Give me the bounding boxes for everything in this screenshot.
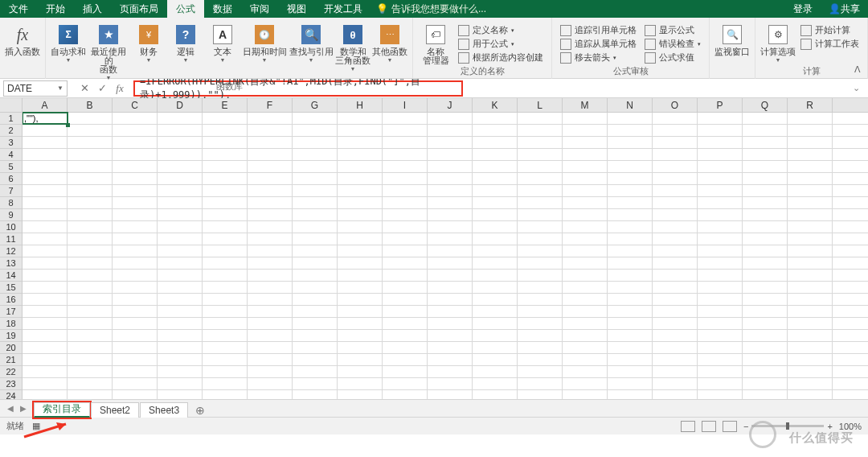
cell[interactable]: [788, 113, 833, 124]
cell[interactable]: [428, 306, 473, 317]
cell[interactable]: [113, 282, 158, 293]
fill-handle[interactable]: [66, 123, 70, 127]
cell[interactable]: [338, 221, 383, 233]
cell[interactable]: [473, 282, 518, 293]
cell[interactable]: [203, 390, 248, 399]
cell[interactable]: [203, 282, 248, 293]
cell[interactable]: [203, 125, 248, 136]
cell[interactable]: [383, 282, 428, 293]
cell[interactable]: [338, 378, 383, 389]
row-header[interactable]: 23: [0, 378, 22, 390]
page-layout-button[interactable]: [702, 421, 716, 432]
cell[interactable]: [383, 185, 428, 196]
cell[interactable]: [203, 306, 248, 317]
cell[interactable]: [428, 378, 473, 389]
cell[interactable]: [293, 245, 338, 257]
cell[interactable]: [473, 318, 518, 329]
col-header[interactable]: P: [698, 98, 743, 112]
cell[interactable]: [788, 342, 833, 353]
cell[interactable]: [788, 209, 833, 220]
cell[interactable]: [113, 221, 158, 233]
cell[interactable]: [518, 245, 563, 257]
math-button[interactable]: θ数学和 三角函数▼: [335, 22, 371, 72]
cell[interactable]: [428, 209, 473, 220]
cell[interactable]: [608, 330, 653, 341]
cell[interactable]: [248, 245, 293, 257]
cell[interactable]: [203, 294, 248, 305]
cell[interactable]: [383, 257, 428, 269]
row-header[interactable]: 11: [0, 233, 22, 245]
cell[interactable]: [608, 113, 653, 124]
row-header[interactable]: 16: [0, 294, 22, 306]
cell[interactable]: [563, 342, 608, 353]
cell[interactable]: [608, 137, 653, 148]
cell[interactable]: [338, 282, 383, 293]
cell[interactable]: [518, 390, 563, 399]
cell[interactable]: [608, 149, 653, 160]
cell[interactable]: [743, 378, 788, 389]
cell[interactable]: [383, 270, 428, 281]
cell[interactable]: [203, 378, 248, 389]
cell[interactable]: [428, 173, 473, 184]
cell[interactable]: [473, 306, 518, 317]
cell[interactable]: [293, 185, 338, 196]
cell[interactable]: [473, 233, 518, 245]
tab-layout[interactable]: 页面布局: [111, 0, 167, 18]
col-header[interactable]: B: [68, 98, 113, 112]
cell[interactable]: [743, 113, 788, 124]
cell[interactable]: [68, 294, 113, 305]
cell[interactable]: [113, 233, 158, 245]
cell[interactable]: [698, 185, 743, 196]
cell[interactable]: [473, 257, 518, 269]
cell[interactable]: [383, 378, 428, 389]
cell[interactable]: [338, 185, 383, 196]
cell[interactable]: [698, 366, 743, 377]
row-header[interactable]: 13: [0, 257, 22, 270]
col-header[interactable]: I: [383, 98, 428, 112]
cell[interactable]: [158, 113, 203, 124]
cell[interactable]: [653, 161, 698, 172]
cell[interactable]: [293, 342, 338, 353]
cell[interactable]: [338, 318, 383, 329]
cell[interactable]: [473, 173, 518, 184]
cell[interactable]: [383, 125, 428, 136]
cell[interactable]: [338, 245, 383, 257]
cell[interactable]: [203, 137, 248, 148]
cell[interactable]: [293, 318, 338, 329]
cell[interactable]: [608, 390, 653, 399]
cell[interactable]: [473, 378, 518, 389]
cell[interactable]: [743, 257, 788, 269]
cell[interactable]: [68, 137, 113, 148]
chevron-down-icon[interactable]: ▼: [57, 84, 63, 92]
row-header[interactable]: 14: [0, 270, 22, 282]
cell[interactable]: [248, 137, 293, 148]
cell[interactable]: [743, 390, 788, 399]
cell[interactable]: [698, 137, 743, 148]
cell[interactable]: [698, 209, 743, 220]
cell[interactable]: [518, 161, 563, 172]
cell[interactable]: [563, 306, 608, 317]
cell[interactable]: [518, 282, 563, 293]
cell[interactable]: [608, 209, 653, 220]
cell[interactable]: [203, 257, 248, 269]
cell[interactable]: [473, 390, 518, 399]
cell[interactable]: [428, 318, 473, 329]
trace-precedents-button[interactable]: 追踪引用单元格: [557, 23, 640, 37]
cell[interactable]: [23, 366, 68, 377]
cell[interactable]: [68, 245, 113, 257]
cell[interactable]: [338, 161, 383, 172]
col-header[interactable]: R: [788, 98, 833, 112]
zoom-in-icon[interactable]: +: [827, 422, 832, 431]
cell[interactable]: [113, 173, 158, 184]
cell[interactable]: [338, 306, 383, 317]
cell[interactable]: [113, 185, 158, 196]
cell[interactable]: [248, 161, 293, 172]
cell[interactable]: [653, 354, 698, 365]
spreadsheet-grid[interactable]: 123456789101112131415161718192021222324 …: [0, 98, 868, 399]
select-all-triangle[interactable]: [0, 98, 23, 113]
cell[interactable]: [158, 185, 203, 196]
cell[interactable]: [338, 342, 383, 353]
cell[interactable]: [248, 270, 293, 281]
cell[interactable]: [788, 270, 833, 281]
cell[interactable]: [338, 257, 383, 269]
